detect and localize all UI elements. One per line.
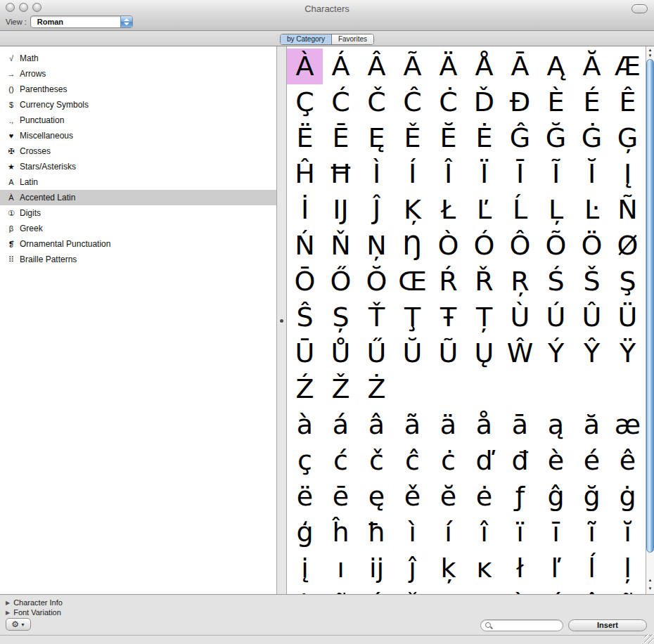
char-cell-Ç[interactable]: Ç — [287, 84, 323, 120]
char-cell-ĸ[interactable]: ĸ — [466, 550, 502, 586]
char-cell-Ó[interactable]: Ó — [466, 228, 502, 264]
char-cell-Ň[interactable]: Ň — [323, 228, 359, 264]
char-cell-Ħ[interactable]: Ħ — [323, 156, 359, 192]
char-cell-Ō[interactable]: Ō — [287, 264, 323, 300]
sidebar-item-braille-patterns[interactable]: ⠿Braille Patterns — [0, 252, 276, 267]
sidebar-item-crosses[interactable]: ✠Crosses — [0, 143, 276, 159]
char-cell-Ŭ[interactable]: Ŭ — [395, 335, 430, 371]
char-cell-Æ[interactable]: Æ — [610, 49, 646, 84]
char-cell-Ś[interactable]: Ś — [538, 264, 574, 300]
char-cell-Ē[interactable]: Ē — [323, 120, 359, 156]
char-cell-Ń[interactable]: Ń — [287, 228, 323, 264]
char-cell-ħ[interactable]: ħ — [359, 515, 395, 550]
sidebar-item-punctuation[interactable]: .,Punctuation — [0, 112, 276, 128]
char-cell-Í[interactable]: Í — [395, 156, 430, 192]
char-cell-ó[interactable]: ó — [538, 586, 574, 594]
char-cell-Ŧ[interactable]: Ŧ — [430, 300, 466, 335]
char-cell-Á[interactable]: Á — [323, 49, 359, 84]
char-cell-Ô[interactable]: Ô — [502, 228, 538, 264]
char-cell-ı[interactable]: ı — [323, 550, 359, 586]
insert-button[interactable]: Insert — [568, 619, 647, 631]
char-cell-ą[interactable]: ą — [538, 407, 574, 443]
char-cell-Ū[interactable]: Ū — [287, 335, 323, 371]
char-cell-ķ[interactable]: ķ — [430, 550, 466, 586]
char-cell-ċ[interactable]: ċ — [430, 443, 466, 479]
char-cell-Ř[interactable]: Ř — [466, 264, 502, 300]
char-cell-Đ[interactable]: Đ — [502, 84, 538, 120]
char-cell-Ğ[interactable]: Ğ — [538, 120, 574, 156]
char-cell-Ÿ[interactable]: Ÿ — [610, 335, 646, 371]
char-cell-Ź[interactable]: Ź — [287, 371, 323, 407]
char-cell-î[interactable]: î — [466, 515, 502, 550]
char-cell-Ŗ[interactable]: Ŗ — [502, 264, 538, 300]
char-cell-í[interactable]: í — [430, 515, 466, 550]
char-cell-Å[interactable]: Å — [466, 49, 502, 84]
char-cell-Ž[interactable]: Ž — [323, 371, 359, 407]
sidebar-item-greek[interactable]: βGreek — [0, 221, 276, 236]
sidebar-item-arrows[interactable]: →Arrows — [0, 66, 276, 82]
char-cell-Ĉ[interactable]: Ĉ — [395, 84, 430, 120]
char-cell-Ģ[interactable]: Ģ — [610, 120, 646, 156]
sidebar-item-stars-asterisks[interactable]: ★Stars/Asterisks — [0, 159, 276, 174]
font-variation-disclosure[interactable]: ▶ Font Variation — [6, 608, 61, 617]
char-cell-Ø[interactable]: Ø — [610, 228, 646, 264]
char-cell-ç[interactable]: ç — [287, 443, 323, 479]
char-cell-â[interactable]: â — [359, 407, 395, 443]
char-cell-Ŏ[interactable]: Ŏ — [359, 264, 395, 300]
char-cell-Î[interactable]: Î — [430, 156, 466, 192]
char-cell-ĥ[interactable]: ĥ — [323, 515, 359, 550]
char-cell-Č[interactable]: Č — [359, 84, 395, 120]
search-field[interactable] — [480, 619, 563, 631]
char-cell-Ŝ[interactable]: Ŝ — [287, 300, 323, 335]
char-cell-ė[interactable]: ė — [466, 479, 502, 515]
char-cell-ă[interactable]: ă — [574, 407, 610, 443]
char-cell-ļ[interactable]: ļ — [610, 550, 646, 586]
char-cell-Ł[interactable]: Ł — [430, 192, 466, 228]
char-cell-Ý[interactable]: Ý — [538, 335, 574, 371]
char-cell-Ĳ[interactable]: Ĳ — [323, 192, 359, 228]
char-cell-Ã[interactable]: Ã — [395, 49, 430, 84]
char-cell-ô[interactable]: ô — [574, 586, 610, 594]
char-cell-ł[interactable]: ł — [502, 550, 538, 586]
char-cell-Ĥ[interactable]: Ĥ — [287, 156, 323, 192]
char-cell-Ö[interactable]: Ö — [574, 228, 610, 264]
char-cell-ë[interactable]: ë — [287, 479, 323, 515]
char-cell-Ė[interactable]: Ė — [466, 120, 502, 156]
char-cell-Ď[interactable]: Ď — [466, 84, 502, 120]
char-cell-Ĭ[interactable]: Ĭ — [574, 156, 610, 192]
tab-by-category[interactable]: by Category — [281, 34, 331, 44]
char-cell-ń[interactable]: ń — [359, 586, 395, 594]
char-cell-đ[interactable]: đ — [502, 443, 538, 479]
char-cell-Ā[interactable]: Ā — [502, 49, 538, 84]
char-cell-Ü[interactable]: Ü — [610, 300, 646, 335]
char-cell-Ŋ[interactable]: Ŋ — [395, 228, 430, 264]
toolbar-toggle-button[interactable] — [631, 4, 648, 13]
char-cell-Ņ[interactable]: Ņ — [359, 228, 395, 264]
char-cell-Ş[interactable]: Ş — [610, 264, 646, 300]
char-cell-Ĩ[interactable]: Ĩ — [538, 156, 574, 192]
char-cell-ņ[interactable]: ņ — [430, 586, 466, 594]
char-cell-Ę[interactable]: Ę — [359, 120, 395, 156]
char-cell-À[interactable]: À — [287, 49, 323, 84]
char-cell-Ļ[interactable]: Ļ — [538, 192, 574, 228]
char-cell-Ũ[interactable]: Ũ — [430, 335, 466, 371]
char-cell-Ŷ[interactable]: Ŷ — [574, 335, 610, 371]
char-cell-ē[interactable]: ē — [323, 479, 359, 515]
scroll-up-icon[interactable]: ▲ — [646, 47, 654, 53]
char-cell-Ż[interactable]: Ż — [359, 371, 395, 407]
char-cell-Ŵ[interactable]: Ŵ — [502, 335, 538, 371]
char-cell-İ[interactable]: İ — [287, 192, 323, 228]
char-cell-ģ[interactable]: ģ — [287, 515, 323, 550]
char-cell-ġ[interactable]: ġ — [610, 479, 646, 515]
char-cell-Ú[interactable]: Ú — [538, 300, 574, 335]
char-cell-Ŕ[interactable]: Ŕ — [430, 264, 466, 300]
char-cell-Ě[interactable]: Ě — [395, 120, 430, 156]
char-cell-Œ[interactable]: Œ — [395, 264, 430, 300]
char-cell-Ċ[interactable]: Ċ — [430, 84, 466, 120]
char-cell-æ[interactable]: æ — [610, 407, 646, 443]
search-input[interactable] — [494, 621, 558, 630]
char-cell-ŀ[interactable]: ŀ — [287, 586, 323, 594]
char-cell-ò[interactable]: ò — [502, 586, 538, 594]
char-cell-Ī[interactable]: Ī — [502, 156, 538, 192]
char-cell-ĉ[interactable]: ĉ — [395, 443, 430, 479]
